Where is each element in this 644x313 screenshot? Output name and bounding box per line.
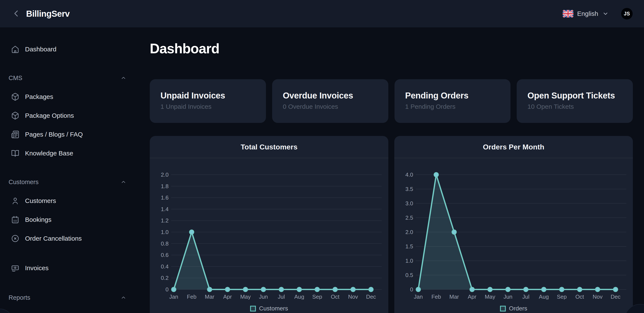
sidebar-item-label: Customers (25, 197, 56, 204)
chart-card-orders-per-month: Orders Per Month4.03.53.02.52.01.51.00.5… (394, 136, 633, 313)
sidebar-item-dashboard[interactable]: Dashboard (0, 40, 139, 59)
svg-text:1.8: 1.8 (161, 183, 168, 189)
svg-text:May: May (485, 293, 495, 299)
sidebar-item-label: Invoices (25, 264, 48, 272)
svg-text:0: 0 (166, 286, 168, 293)
sidebar-item-pages-blogs-faq[interactable]: Pages / Blogs / FAQ (0, 125, 139, 144)
svg-text:0.8: 0.8 (161, 240, 168, 247)
svg-text:0.4: 0.4 (161, 263, 168, 270)
legend-item-customers[interactable]: Customers (150, 305, 388, 312)
user-avatar[interactable]: JS (621, 8, 633, 20)
sidebar-item-order-cancellations[interactable]: Order Cancellations (0, 229, 139, 248)
svg-text:1.4: 1.4 (161, 206, 168, 212)
sidebar-item-packages[interactable]: Packages (0, 87, 139, 106)
svg-text:Jul: Jul (522, 293, 529, 299)
svg-text:Oct: Oct (575, 293, 584, 299)
back-button[interactable] (10, 8, 22, 20)
stat-card-overdue-invoices[interactable]: Overdue Invoices0 Overdue Invoices (272, 79, 388, 123)
stat-card-subtitle: 1 Pending Orders (405, 103, 500, 110)
banknote-icon (11, 264, 19, 272)
language-selector[interactable]: English (563, 10, 609, 18)
stat-card-subtitle: 0 Overdue Invoices (283, 103, 378, 110)
svg-text:Jan: Jan (169, 293, 178, 299)
svg-text:Sep: Sep (557, 293, 566, 299)
calendar-icon (11, 216, 19, 224)
svg-text:Aug: Aug (294, 293, 304, 299)
svg-text:Apr: Apr (223, 293, 232, 299)
main-content: Dashboard Unpaid Invoices1 Unpaid Invoic… (139, 28, 644, 313)
stat-card-subtitle: 1 Unpaid Invoices (160, 103, 255, 110)
sidebar-section-label: Reports (8, 294, 30, 301)
x-circle-icon (11, 234, 19, 242)
stat-card-pending-orders[interactable]: Pending Orders1 Pending Orders (394, 79, 511, 123)
sidebar: DashboardCMSPackagesPackage OptionsPages… (0, 28, 139, 313)
svg-text:3.5: 3.5 (406, 186, 413, 192)
svg-text:Feb: Feb (187, 293, 196, 299)
svg-text:May: May (240, 293, 251, 299)
stat-card-title: Overdue Invoices (283, 91, 378, 100)
sidebar-item-bookings[interactable]: Bookings (0, 210, 139, 229)
svg-text:1.2: 1.2 (161, 217, 168, 224)
legend-label: Orders (509, 305, 528, 312)
svg-text:0.6: 0.6 (161, 252, 168, 258)
sidebar-item-package-options[interactable]: Package Options (0, 106, 139, 125)
svg-text:Jul: Jul (278, 293, 285, 299)
app-title: BillingServ (26, 9, 70, 19)
svg-text:Feb: Feb (431, 293, 441, 299)
chart-card-total-customers: Total Customers2.01.81.61.41.21.00.80.60… (150, 136, 388, 313)
orders-per-month-chart: 4.03.53.02.52.01.51.00.50JanFebMarAprMay… (394, 158, 633, 299)
stat-card-open-support-tickets[interactable]: Open Support Tickets10 Open Tickets (517, 79, 633, 123)
stats-row: Unpaid Invoices1 Unpaid InvoicesOverdue … (150, 79, 633, 123)
svg-text:3.0: 3.0 (406, 200, 413, 207)
total-customers-chart: 2.01.81.61.41.21.00.80.60.40.20JanFebMar… (150, 158, 388, 299)
svg-text:Apr: Apr (468, 293, 476, 299)
svg-text:0.5: 0.5 (406, 272, 413, 278)
svg-text:Jun: Jun (259, 293, 268, 299)
sidebar-item-knowledge-base[interactable]: Knowledge Base (0, 144, 139, 163)
svg-text:0.2: 0.2 (161, 275, 168, 281)
sidebar-item-label: Knowledge Base (25, 150, 73, 157)
svg-text:Nov: Nov (348, 293, 358, 299)
stat-card-title: Unpaid Invoices (160, 91, 255, 100)
stat-card-subtitle: 10 Open Tickets (528, 103, 622, 110)
sidebar-section-customers[interactable]: Customers (0, 173, 139, 191)
chevron-up-icon (120, 75, 127, 81)
sidebar-item-label: Bookings (25, 216, 51, 223)
chevron-left-icon (12, 9, 21, 19)
svg-text:2.0: 2.0 (161, 171, 168, 178)
sidebar-section-reports[interactable]: Reports (0, 288, 139, 307)
sidebar-item-label: Package Options (25, 112, 74, 119)
svg-text:Aug: Aug (539, 293, 549, 299)
svg-text:2.5: 2.5 (406, 214, 413, 221)
legend-swatch (250, 306, 256, 311)
sidebar-item-label: Pages / Blogs / FAQ (25, 131, 83, 138)
package-icon (11, 93, 19, 101)
svg-text:Mar: Mar (205, 293, 214, 299)
svg-text:0: 0 (410, 286, 413, 293)
svg-text:1.0: 1.0 (161, 229, 168, 235)
sidebar-section-cms[interactable]: CMS (0, 69, 139, 87)
svg-text:Jun: Jun (504, 293, 512, 299)
svg-text:Dec: Dec (366, 293, 376, 299)
legend-item-orders[interactable]: Orders (394, 305, 633, 312)
charts-row: Total Customers2.01.81.61.41.21.00.80.60… (150, 136, 633, 313)
svg-text:2.0: 2.0 (406, 229, 413, 235)
user-icon (11, 197, 19, 205)
top-bar: BillingServ English JS (0, 0, 644, 28)
sidebar-item-customers[interactable]: Customers (0, 191, 139, 210)
package-icon (11, 112, 19, 120)
chevron-down-icon (602, 10, 609, 17)
svg-text:Nov: Nov (593, 293, 602, 299)
chevron-up-icon (120, 294, 127, 301)
newspaper-icon (11, 130, 19, 139)
svg-text:Sep: Sep (312, 293, 322, 299)
svg-text:1.0: 1.0 (406, 257, 413, 264)
stat-card-unpaid-invoices[interactable]: Unpaid Invoices1 Unpaid Invoices (150, 79, 266, 123)
chart-title: Orders Per Month (394, 136, 633, 158)
language-label: English (577, 10, 598, 17)
svg-text:Jan: Jan (414, 293, 423, 299)
book-open-icon (11, 149, 19, 157)
legend-swatch (500, 306, 506, 311)
chevron-up-icon (120, 179, 127, 185)
sidebar-item-invoices[interactable]: Invoices (0, 259, 139, 277)
